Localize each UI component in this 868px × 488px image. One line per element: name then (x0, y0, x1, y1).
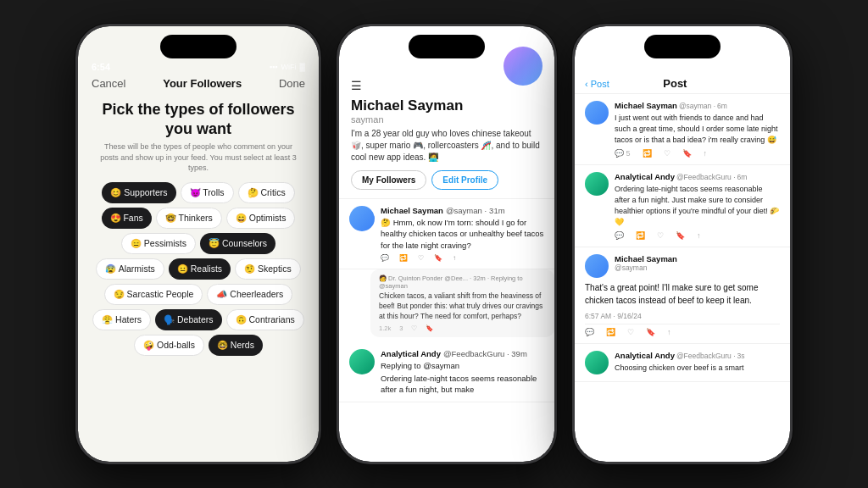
center-header: ☰ Michael Sayman sayman I'm a 28 year ol… (339, 72, 554, 198)
reply-icon[interactable]: 💬 (381, 254, 389, 262)
post-share-icon-2[interactable]: ↑ (697, 231, 701, 240)
signal-icon: ▪▪▪ (741, 63, 749, 71)
status-time-left: 6:54 (92, 62, 110, 72)
tag-critics[interactable]: 🤔 Critics (238, 182, 295, 203)
tweet-text-2b: Ordering late-night tacos seems reasonab… (381, 373, 544, 396)
my-followers-button[interactable]: My Followers (351, 170, 426, 190)
tag-debaters[interactable]: 🗣️ Debaters (155, 309, 222, 330)
post-standalone-text: That's a great point! I'll make sure to … (585, 281, 780, 307)
tag-odd-balls[interactable]: 🤪 Odd-balls (134, 335, 204, 356)
tweet-actions-1: 💬 🔁 ♡ 🔖 ↑ (381, 254, 544, 262)
post-avatar-1 (585, 101, 609, 125)
tag-contrarians[interactable]: 🙃 Contrarians (226, 309, 304, 330)
post-time-2: 6m (737, 173, 748, 181)
profile-name: Michael Sayman (351, 97, 542, 114)
tweet-avatar-1 (349, 206, 375, 231)
phone-center: 7:30 ▪▪▪ WiFi ▓ ☰ Michael Sayman sayman … (337, 24, 557, 464)
tag-pessimists[interactable]: 😑 Pessimists (121, 233, 196, 254)
tweet-item-2: Analytical Andy @FeedbackGuru · 39m Repl… (339, 342, 554, 403)
post-actions-1: 💬 5 🔁 ♡ 🔖 ↑ (615, 149, 780, 158)
tags-container: 😊 Supporters😈 Trolls🤔 Critics😍 Fans🤓 Thi… (78, 180, 319, 462)
tag-alarmists[interactable]: 😰 Alarmists (96, 258, 164, 280)
post-meta-2: Analytical Andy @FeedbackGuru · 6m Order… (615, 172, 780, 240)
tag-supporters[interactable]: 😊 Supporters (102, 182, 175, 203)
tag-thinkers[interactable]: 🤓 Thinkers (156, 208, 222, 229)
tag-trolls[interactable]: 😈 Trolls (181, 182, 234, 203)
standalone-share-icon[interactable]: ↑ (667, 328, 671, 336)
tweet-header-2: Analytical Andy @FeedbackGuru · 39m (381, 349, 544, 358)
reply-meta-1: 🧑 Dr. Quinton Ponder @Dee... · 32m · Rep… (379, 274, 546, 290)
tag-optimists[interactable]: 😄 Optimists (226, 208, 296, 229)
battery-icon: ▓ (771, 63, 776, 71)
tweet-name-2: Analytical Andy (381, 349, 441, 358)
tweet-avatar-2 (349, 349, 375, 374)
signal-icon: ▪▪▪ (270, 63, 278, 71)
standalone-reply-icon[interactable]: 💬 (585, 328, 594, 336)
phone-left: 6:54 ▪▪▪ WiFi ▓ Cancel Your Followers Do… (75, 24, 321, 464)
post-item-2: Analytical Andy @FeedbackGuru · 6m Order… (575, 165, 790, 247)
standalone-bookmark-icon[interactable]: 🔖 (646, 328, 655, 336)
post-bookmark-icon-2[interactable]: 🔖 (676, 231, 685, 240)
tweet-handle-1: @sayman · (446, 206, 487, 215)
tag-skeptics[interactable]: 🤨 Skeptics (235, 258, 301, 280)
tag-cheerleaders[interactable]: 📣 Cheerleaders (207, 284, 292, 305)
share-icon[interactable]: ↑ (453, 254, 456, 262)
status-time-right: 6:57 (588, 62, 607, 72)
post-text-2: Ordering late-night tacos seems reasonab… (615, 184, 780, 228)
post-meta-1: Michael Sayman @sayman · 6m I just went … (615, 101, 780, 158)
tag-haters[interactable]: 😤 Haters (92, 309, 151, 330)
tag-sarcastic-people[interactable]: 😏 Sarcastic People (104, 284, 203, 305)
tweet-name-1: Michael Sayman (381, 206, 443, 215)
post-share-icon[interactable]: ↑ (704, 149, 708, 158)
post-standalone-actions: 💬 🔁 ♡ 🔖 ↑ (585, 328, 780, 336)
tag-realists[interactable]: 😐 Realists (169, 258, 231, 280)
retweet-count: 3 (399, 324, 403, 332)
post-name-standalone: Michael Sayman (615, 254, 677, 263)
bookmark-icon[interactable]: 🔖 (434, 254, 442, 262)
post-time-1: 6m (717, 102, 727, 110)
like-icon[interactable]: ♡ (418, 254, 424, 262)
tweet-header-1: Michael Sayman @sayman · 31m (381, 206, 544, 215)
wifi-icon: WiFi (281, 63, 296, 71)
post-item-1: Michael Sayman @sayman · 6m I just went … (575, 94, 790, 165)
bookmark-count: 🔖 (426, 324, 433, 332)
profile-actions: My Followers Edit Profile (351, 170, 542, 190)
post-meta-4: Analytical Andy @FeedbackGuru · 3s Choos… (615, 351, 780, 374)
post-handle-4: @FeedbackGuru · (676, 352, 736, 360)
standalone-like-icon[interactable]: ♡ (627, 328, 634, 336)
post-retweet-icon[interactable]: 🔁 (643, 149, 652, 158)
right-nav: ‹ Post Post (575, 72, 790, 93)
followers-heading: Pick the types of followers you want (78, 93, 319, 141)
status-icons-right: ▪▪▪ WiFi ▓ (741, 63, 776, 71)
reply-count: 1.2k (379, 324, 391, 332)
dynamic-island-left (160, 35, 236, 58)
edit-profile-button[interactable]: Edit Profile (431, 170, 498, 190)
retweet-icon[interactable]: 🔁 (399, 254, 408, 262)
post-like-icon[interactable]: ♡ (664, 149, 670, 158)
post-text-4: Choosing chicken over beef is a smart (615, 363, 780, 374)
tag-nerds[interactable]: 🤓 Nerds (209, 335, 263, 356)
status-bar-left: 6:54 ▪▪▪ WiFi ▓ (78, 58, 319, 72)
standalone-retweet-icon[interactable]: 🔁 (606, 328, 615, 336)
tweet-handle-2: @FeedbackGuru · 39m (443, 349, 527, 358)
tag-counselors[interactable]: 😇 Counselors (200, 233, 275, 254)
post-name-1: Michael Sayman (615, 101, 677, 110)
tag-fans[interactable]: 😍 Fans (102, 208, 152, 229)
back-button[interactable]: ‹ Post (585, 79, 609, 89)
done-button[interactable]: Done (279, 77, 305, 90)
post-like-icon-2[interactable]: ♡ (657, 231, 664, 240)
post-avatar-2 (585, 172, 609, 196)
post-reply-icon-2[interactable]: 💬 (615, 231, 624, 240)
left-nav-title: Your Followers (163, 77, 242, 90)
cancel-button[interactable]: Cancel (92, 77, 125, 90)
post-handle-1: @sayman · (679, 102, 715, 110)
status-bar-right: 6:57 ▪▪▪ WiFi ▓ (575, 58, 790, 72)
tweet-item-1: Michael Sayman @sayman · 31m 🤔 Hmm, ok n… (339, 199, 554, 269)
phone-right: 6:57 ▪▪▪ WiFi ▓ ‹ Post Post (572, 24, 793, 464)
post-item-4: Analytical Andy @FeedbackGuru · 3s Choos… (575, 344, 790, 382)
post-bookmark-icon[interactable]: 🔖 (682, 149, 692, 158)
reply-actions-1: 1.2k 3 ♡ 🔖 (379, 324, 546, 332)
post-actions-2: 💬 🔁 ♡ 🔖 ↑ (615, 231, 780, 240)
post-retweet-icon-2[interactable]: 🔁 (636, 231, 645, 240)
post-reply-icon[interactable]: 💬 5 (615, 149, 631, 158)
